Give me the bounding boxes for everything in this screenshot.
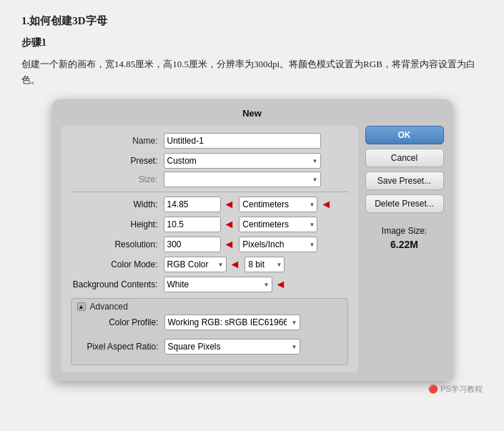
size-row: Size:	[71, 172, 348, 187]
pixel-aspect-row: Pixel Aspect Ratio: Square Pixels	[71, 339, 347, 360]
width-label: Width:	[71, 199, 164, 209]
bit-depth-wrapper: 8 bit 16 bit	[244, 257, 285, 272]
new-dialog: New Name: Preset: Custom	[52, 99, 453, 381]
preset-select[interactable]: Custom	[164, 153, 321, 169]
divider	[71, 192, 348, 192]
dialog-right-panel: OK Cancel Save Preset... Delete Preset..…	[365, 126, 444, 372]
resolution-row: Resolution: ◄ Pixels/Inch Pixels/Cm	[71, 237, 348, 252]
bg-contents-wrapper: White Background Color Transparent	[164, 277, 272, 292]
delete-preset-button[interactable]: Delete Preset...	[365, 194, 444, 213]
resolution-unit-select[interactable]: Pixels/Inch Pixels/Cm	[239, 237, 317, 252]
width-arrow: ◄	[224, 198, 235, 211]
size-label: Size:	[71, 174, 164, 184]
resolution-label: Resolution:	[71, 239, 164, 249]
preset-label: Preset:	[71, 156, 164, 166]
advanced-label: Advanced	[90, 302, 128, 312]
color-profile-wrapper: Working RGB: sRGB IEC61966-2.1	[164, 314, 300, 330]
description-text: 创建一个新的画布，宽14.85厘米，高10.5厘米，分辨率为300dpi。将颜色…	[21, 56, 483, 88]
bg-contents-select[interactable]: White Background Color Transparent	[164, 277, 272, 292]
watermark: 🔴 PS学习教程	[428, 385, 483, 393]
pixel-aspect-label: Pixel Aspect Ratio:	[71, 342, 164, 352]
image-size-label: Image Size:	[365, 226, 444, 236]
height-arrow: ◄	[224, 218, 235, 231]
step-label: 步骤1	[21, 36, 483, 49]
ok-button[interactable]: OK	[365, 126, 444, 144]
advanced-header[interactable]: ▲ Advanced	[71, 299, 347, 314]
color-mode-row: Color Mode: RGB Color CMYK Grayscale ◄ 8…	[71, 257, 348, 272]
advanced-toggle[interactable]: ▲	[77, 302, 86, 311]
resolution-input[interactable]	[164, 237, 221, 252]
size-select[interactable]	[164, 172, 321, 187]
pixel-aspect-select[interactable]: Square Pixels	[164, 339, 300, 355]
name-input[interactable]	[164, 133, 321, 149]
save-preset-button[interactable]: Save Preset...	[365, 172, 444, 190]
color-mode-select[interactable]: RGB Color CMYK Grayscale	[164, 257, 227, 272]
name-row: Name:	[71, 133, 348, 149]
resolution-arrow: ◄	[224, 238, 235, 251]
color-profile-select[interactable]: Working RGB: sRGB IEC61966-2.1	[164, 314, 300, 330]
height-input[interactable]	[164, 217, 221, 232]
bg-contents-arrow: ◄	[275, 278, 287, 291]
color-mode-arrow: ◄	[229, 258, 241, 271]
preset-row: Preset: Custom	[71, 153, 348, 169]
color-profile-row: Color Profile: Working RGB: sRGB IEC6196…	[71, 314, 347, 335]
name-label: Name:	[71, 136, 164, 146]
height-unit-wrapper: Centimeters Pixels Inches	[239, 217, 317, 232]
height-unit-select[interactable]: Centimeters Pixels Inches	[239, 217, 317, 232]
cancel-button[interactable]: Cancel	[365, 149, 444, 167]
height-label: Height:	[71, 219, 164, 229]
width-row: Width: ◄ Centimeters Pixels Inches ◄	[71, 197, 348, 212]
size-select-wrapper	[164, 172, 321, 187]
width-input[interactable]	[164, 197, 221, 212]
dialog-left-panel: Name: Preset: Custom Size:	[61, 126, 358, 372]
page-title: 1.如何创建3D字母	[21, 14, 483, 28]
color-mode-select-wrapper: RGB Color CMYK Grayscale	[164, 257, 227, 272]
bg-contents-label: Background Contents:	[71, 279, 164, 289]
dialog-title: New	[61, 108, 444, 119]
color-mode-label: Color Mode:	[71, 259, 164, 269]
image-size-box: Image Size: 6.22M	[365, 226, 444, 250]
resolution-unit-wrapper: Pixels/Inch Pixels/Cm	[239, 237, 317, 252]
color-profile-label: Color Profile:	[71, 317, 164, 327]
width-unit-select[interactable]: Centimeters Pixels Inches	[239, 197, 317, 212]
advanced-section: ▲ Advanced Color Profile: Working RGB: s…	[71, 298, 348, 365]
height-row: Height: ◄ Centimeters Pixels Inches	[71, 217, 348, 232]
bg-contents-row: Background Contents: White Background Co…	[71, 277, 348, 292]
preset-select-wrapper: Custom	[164, 153, 321, 169]
width-unit-arrow: ◄	[320, 198, 332, 211]
bit-depth-select[interactable]: 8 bit 16 bit	[244, 257, 285, 272]
width-unit-wrapper: Centimeters Pixels Inches	[239, 197, 317, 212]
image-size-value: 6.22M	[365, 239, 444, 250]
pixel-aspect-wrapper: Square Pixels	[164, 339, 300, 355]
